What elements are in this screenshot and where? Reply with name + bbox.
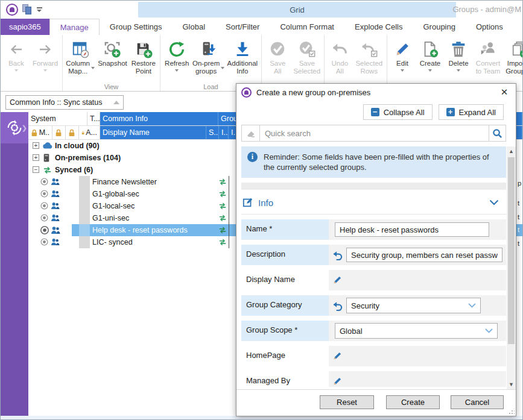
tab-sapio365[interactable]: sapio365: [1, 19, 49, 35]
create-icon: [421, 39, 439, 60]
undo-value-icon[interactable]: [332, 250, 343, 260]
column-header-display-name[interactable]: Display Name: [100, 126, 206, 139]
scrollbar-thumb[interactable]: [508, 157, 515, 344]
group-scope-select[interactable]: Global: [335, 323, 498, 339]
tab-grouping[interactable]: Grouping: [413, 19, 465, 35]
undo-selected-rows-icon: [360, 39, 378, 60]
description-input[interactable]: [346, 248, 502, 262]
create-button[interactable]: Create: [416, 39, 445, 72]
collapse-all-button[interactable]: − Collapse All: [363, 104, 433, 120]
group-people-icon: [51, 202, 60, 212]
window-layout-icon[interactable]: [22, 4, 32, 15]
delete-trash-icon: [449, 39, 468, 60]
resize-grip[interactable]: [509, 409, 515, 415]
undo-value-icon[interactable]: [332, 301, 343, 311]
radio-icon[interactable]: [40, 190, 48, 199]
expand-plus-icon[interactable]: +: [33, 154, 39, 161]
name-input[interactable]: [335, 222, 489, 237]
field-label-managed-by: Managed By: [241, 371, 329, 387]
create-button[interactable]: Create: [386, 395, 440, 409]
grid-line: [229, 224, 229, 236]
dropdown-caret-icon: [91, 67, 95, 69]
additional-info-button[interactable]: Additional Info: [226, 39, 259, 75]
expand-all-button[interactable]: + Expand All: [439, 104, 504, 120]
pencil-icon[interactable]: [332, 351, 342, 361]
reset-button[interactable]: Reset: [320, 395, 374, 409]
radio-icon[interactable]: [40, 214, 48, 224]
search-button[interactable]: [489, 125, 506, 141]
field-label-group-category: Group Category: [241, 295, 329, 316]
undo-all-button[interactable]: Undo All: [326, 39, 353, 75]
rail-settings-button[interactable]: ❯: [1, 112, 28, 143]
onprem-groups-button[interactable]: On-prem groups: [192, 39, 226, 75]
tab-explode-cells[interactable]: Explode Cells: [344, 19, 413, 35]
group-category-select[interactable]: Security: [346, 298, 481, 313]
close-icon[interactable]: ✕: [498, 86, 511, 99]
snapshot-button[interactable]: Snapshot: [96, 39, 128, 67]
clear-search-button[interactable]: [242, 125, 260, 141]
cancel-button[interactable]: Cancel: [451, 395, 504, 409]
refresh-button[interactable]: Refresh: [162, 39, 192, 72]
radio-icon[interactable]: [40, 178, 48, 187]
column-header-locked-1[interactable]: [52, 126, 66, 139]
column-header-i1[interactable]: I...: [219, 126, 229, 139]
tab-manage[interactable]: Manage: [49, 19, 100, 35]
tab-column-format[interactable]: Column Format: [270, 19, 344, 35]
radio-icon[interactable]: [40, 238, 48, 248]
save-selected-icon: [298, 39, 316, 60]
tab-global[interactable]: Global: [172, 19, 215, 35]
column-header-locked-a[interactable]: A...: [79, 126, 100, 139]
view-selector-combo[interactable]: Common Info :: Sync status: [5, 95, 124, 110]
expand-plus-icon[interactable]: +: [33, 142, 39, 149]
sync-icon: [43, 166, 52, 176]
convert-to-team-button[interactable]: Convert to Team: [472, 39, 504, 75]
qat-customize-icon[interactable]: [37, 7, 42, 12]
column-header-s[interactable]: S...: [206, 126, 219, 139]
scroll-up-icon[interactable]: ▲: [507, 146, 516, 156]
delete-button[interactable]: Delete: [445, 39, 472, 72]
tab-sort-filter[interactable]: Sort/Filter: [215, 19, 270, 35]
save-all-button[interactable]: Save All: [264, 39, 292, 75]
forward-arrow-icon: [37, 39, 53, 60]
group-people-icon: [51, 238, 60, 248]
tab-options[interactable]: Options: [466, 19, 513, 35]
column-header-system[interactable]: System: [28, 112, 87, 125]
column-header-locked-2[interactable]: [66, 126, 79, 139]
column-header-locked-m[interactable]: M..: [28, 126, 52, 139]
convert-to-team-icon: [479, 39, 497, 60]
undo-selected-rows-button[interactable]: Selected Rows: [353, 39, 385, 75]
save-selected-button[interactable]: Save Selected: [292, 39, 322, 75]
column-map-button[interactable]: Column Map...: [65, 39, 96, 75]
quick-search-input[interactable]: [260, 125, 489, 141]
pencil-icon[interactable]: [332, 275, 342, 285]
column-header-t[interactable]: T...: [87, 112, 100, 125]
radio-icon-selected[interactable]: [40, 226, 49, 236]
lock-icon: [31, 129, 38, 137]
chevron-down-icon: [489, 199, 499, 205]
scroll-down-icon[interactable]: ▼: [507, 380, 516, 389]
tab-group-settings[interactable]: Group Settings: [100, 19, 173, 35]
restore-point-button[interactable]: Restore Point: [129, 39, 158, 75]
field-value-managed-by[interactable]: [329, 371, 506, 387]
edit-button[interactable]: Edit: [389, 39, 416, 72]
field-value-homepage[interactable]: [329, 346, 506, 366]
back-button[interactable]: Back: [2, 39, 30, 72]
field-row-display-name: Display Name: [241, 270, 506, 290]
info-section-header[interactable]: Info: [241, 190, 506, 215]
radio-icon[interactable]: [40, 202, 48, 212]
tab-session[interactable]: Session: [513, 19, 523, 35]
column-header-common-info[interactable]: Common Info: [100, 112, 218, 125]
field-value-display-name[interactable]: [329, 270, 506, 290]
undo-all-icon: [331, 39, 349, 60]
chevron-down-icon: [468, 303, 476, 308]
group-people-icon: [51, 214, 60, 224]
sync-status-icon: [218, 178, 227, 187]
forward-button[interactable]: Forward: [30, 39, 60, 72]
collapse-minus-icon[interactable]: −: [33, 166, 39, 173]
pencil-icon[interactable]: [332, 377, 342, 386]
import-groups-button[interactable]: Import Groups: [504, 39, 523, 75]
row-cell: [79, 224, 90, 236]
grid-line: [229, 236, 229, 248]
ribbon-group-view: Column Map... Snapshot Rest: [63, 35, 160, 91]
dialog-scrollbar[interactable]: ▲ ▼: [507, 146, 516, 389]
